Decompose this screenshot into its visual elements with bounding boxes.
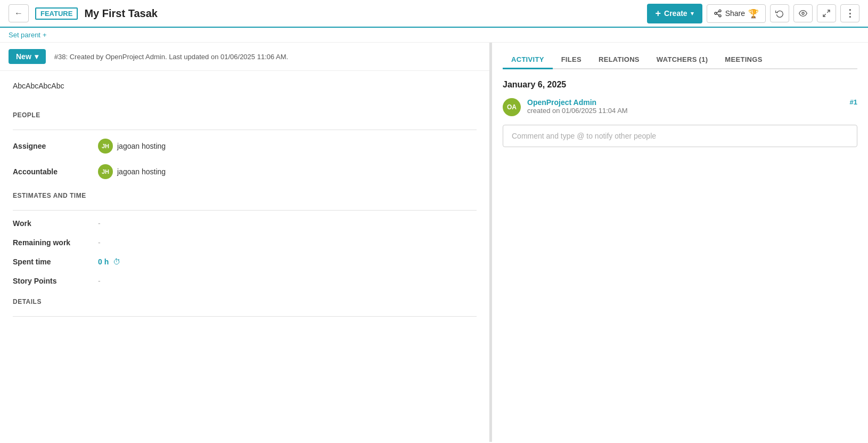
history-icon — [775, 9, 784, 18]
work-row: Work - — [13, 219, 477, 228]
status-bar: New ▾ #38: Created by OpenProject Admin.… — [0, 43, 489, 71]
accountable-value: JH jagoan hosting — [98, 164, 166, 179]
meta-text: #38: Created by OpenProject Admin. Last … — [54, 53, 288, 61]
assignee-avatar: JH — [98, 139, 113, 154]
people-section-title: PEOPLE — [13, 111, 477, 123]
new-status-button[interactable]: New ▾ — [9, 49, 46, 64]
chevron-down-icon: ▾ — [691, 10, 694, 17]
story-points-label: Story Points — [13, 277, 98, 285]
right-panel: ACTIVITY FILES RELATIONS WATCHERS (1) ME… — [492, 43, 868, 442]
expand-button[interactable] — [817, 4, 836, 22]
more-icon: ⋮ — [845, 7, 855, 19]
expand-icon — [822, 9, 831, 18]
people-divider — [13, 130, 477, 130]
people-section: PEOPLE Assignee JH jagoan hosting Accoun… — [13, 111, 477, 179]
clock-icon: ⏱ — [113, 257, 120, 266]
top-bar-left: ← FEATURE My First Tasak — [9, 4, 158, 22]
set-parent-plus-icon: + — [43, 31, 47, 39]
assignee-value: JH jagoan hosting — [98, 139, 166, 154]
comment-box[interactable]: Comment and type @ to notify other peopl… — [503, 125, 857, 147]
details-divider — [13, 316, 477, 317]
svg-point-1 — [715, 12, 717, 14]
tab-relations[interactable]: RELATIONS — [590, 51, 648, 69]
svg-point-5 — [802, 12, 804, 14]
spent-time-label: Spent time — [13, 257, 98, 266]
new-label: New — [16, 52, 31, 61]
estimates-section-title: ESTIMATES AND TIME — [13, 192, 477, 204]
tab-meetings[interactable]: MEETINGS — [716, 51, 771, 69]
svg-point-2 — [719, 15, 721, 17]
assignee-name: jagoan hosting — [117, 142, 166, 150]
create-label: Create — [664, 9, 687, 18]
eye-button[interactable] — [793, 4, 813, 22]
new-chevron-icon: ▾ — [35, 52, 38, 61]
activity-author: OpenProject Admin — [527, 98, 844, 107]
share-label: Share — [725, 9, 745, 18]
remaining-work-value: - — [98, 238, 101, 247]
spent-time-value-container: 0 h ⏱ — [98, 257, 120, 266]
details-section: DETAILS — [13, 298, 477, 317]
more-button[interactable]: ⋮ — [840, 4, 859, 22]
tab-files[interactable]: FILES — [553, 51, 590, 69]
main-layout: New ▾ #38: Created by OpenProject Admin.… — [0, 43, 868, 442]
svg-point-0 — [719, 10, 721, 12]
remaining-work-label: Remaining work — [13, 238, 98, 247]
eye-icon — [799, 9, 807, 18]
activity-content: OpenProject Admin created on 01/06/2025 … — [527, 98, 844, 115]
work-label: Work — [13, 219, 98, 228]
estimates-section: ESTIMATES AND TIME Work - Remaining work… — [13, 192, 477, 285]
reward-icon: 🏆 — [748, 9, 759, 19]
create-button[interactable]: + Create ▾ — [647, 4, 702, 23]
activity-time: created on 01/06/2025 11:04 AM — [527, 107, 844, 115]
left-panel: New ▾ #38: Created by OpenProject Admin.… — [0, 43, 490, 442]
svg-line-4 — [716, 11, 719, 13]
estimates-divider — [13, 210, 477, 211]
set-parent-bar[interactable]: Set parent + — [0, 28, 868, 43]
accountable-label: Accountable — [13, 167, 98, 176]
spent-time-row: Spent time 0 h ⏱ — [13, 257, 477, 266]
tabs: ACTIVITY FILES RELATIONS WATCHERS (1) ME… — [503, 51, 857, 69]
set-parent-label: Set parent — [9, 31, 40, 39]
back-button[interactable]: ← — [9, 4, 29, 22]
content-area: AbcAbcAbcAbc PEOPLE Assignee JH jagoan h… — [0, 71, 489, 340]
work-value: - — [98, 219, 101, 228]
tab-watchers[interactable]: WATCHERS (1) — [648, 51, 717, 69]
remaining-work-row: Remaining work - — [13, 238, 477, 247]
top-bar-right: + Create ▾ Share 🏆 ⋮ — [647, 4, 859, 23]
top-bar: ← FEATURE My First Tasak + Create ▾ Shar… — [0, 0, 868, 28]
activity-item: OA OpenProject Admin created on 01/06/20… — [503, 98, 857, 116]
story-points-value: - — [98, 277, 101, 285]
page-title: My First Tasak — [84, 7, 157, 20]
history-button[interactable] — [770, 4, 789, 22]
activity-date: January 6, 2025 — [503, 80, 857, 90]
activity-number: #1 — [850, 98, 857, 106]
plus-icon: + — [656, 8, 661, 19]
assignee-row: Assignee JH jagoan hosting — [13, 139, 477, 154]
accountable-name: jagoan hosting — [117, 167, 166, 176]
share-button[interactable]: Share 🏆 — [707, 4, 766, 23]
description-text: AbcAbcAbcAbc — [13, 82, 477, 99]
svg-line-6 — [827, 10, 830, 13]
accountable-avatar: JH — [98, 164, 113, 179]
story-points-row: Story Points - — [13, 277, 477, 285]
svg-line-7 — [823, 14, 826, 17]
tab-activity[interactable]: ACTIVITY — [503, 51, 553, 69]
details-section-title: DETAILS — [13, 298, 477, 310]
share-icon — [714, 9, 722, 18]
feature-badge: FEATURE — [35, 7, 78, 20]
assignee-label: Assignee — [13, 142, 98, 150]
spent-time-value[interactable]: 0 h — [98, 257, 109, 266]
accountable-row: Accountable JH jagoan hosting — [13, 164, 477, 179]
svg-line-3 — [716, 14, 719, 15]
activity-avatar: OA — [503, 98, 521, 116]
